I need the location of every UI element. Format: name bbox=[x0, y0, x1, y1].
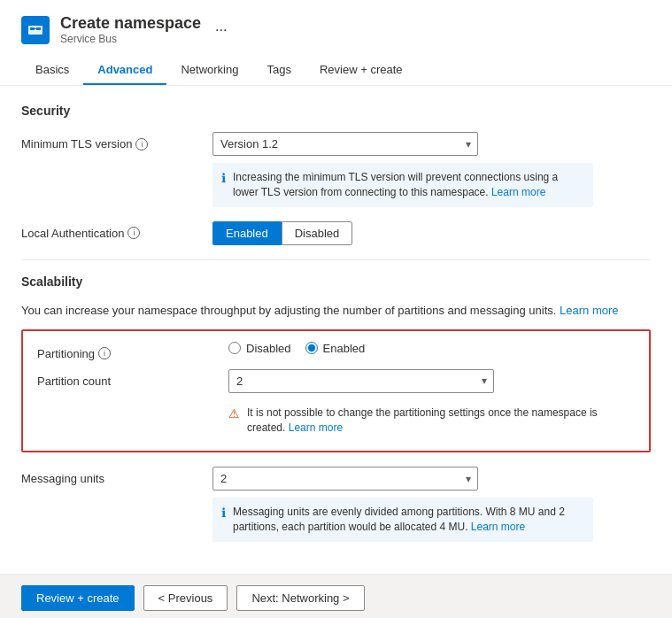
tab-networking[interactable]: Networking bbox=[166, 56, 252, 85]
scalability-description: You can increase your namespace throughp… bbox=[21, 303, 651, 319]
auth-toggle-group: Enabled Disabled bbox=[212, 221, 651, 245]
review-create-button[interactable]: Review + create bbox=[21, 585, 135, 611]
partition-warn-icon: ⚠ bbox=[228, 406, 240, 421]
partition-count-label: Partition count bbox=[37, 369, 214, 388]
messaging-units-info-circle-icon: ℹ bbox=[221, 506, 226, 520]
partition-count-field-row: Partition count 2 ▾ ⚠ It is not po bbox=[37, 369, 635, 441]
service-bus-icon bbox=[21, 16, 50, 44]
partitioning-info-icon[interactable]: i bbox=[98, 347, 111, 359]
partitioning-box: Partitioning i Disabled Enabled bbox=[21, 329, 651, 453]
partition-count-control: 2 ▾ ⚠ It is not possible to change the p… bbox=[228, 369, 635, 441]
page-header: Create namespace Service Bus ··· bbox=[0, 0, 672, 56]
tls-field-row: Minimum TLS version i Version 1.2 ▾ ℹ In… bbox=[21, 132, 651, 207]
more-options-icon[interactable]: ··· bbox=[215, 22, 227, 38]
page-title: Create namespace bbox=[60, 14, 201, 33]
partitioning-disabled-label: Disabled bbox=[246, 342, 291, 355]
auth-field-row: Local Authentication i Enabled Disabled bbox=[21, 221, 651, 245]
partition-warn-learn-more-link[interactable]: Learn more bbox=[289, 421, 343, 434]
messaging-units-info-text: Messaging units are evenly divided among… bbox=[233, 505, 584, 535]
auth-label: Local Authentication i bbox=[21, 221, 198, 240]
messaging-units-select-wrapper: 2 ▾ bbox=[212, 467, 478, 491]
auth-disabled-button[interactable]: Disabled bbox=[282, 221, 353, 245]
scalability-learn-more-link[interactable]: Learn more bbox=[560, 304, 618, 317]
messaging-units-select[interactable]: 2 bbox=[212, 467, 478, 491]
tab-review-create[interactable]: Review + create bbox=[305, 56, 417, 85]
messaging-units-info-box: ℹ Messaging units are evenly divided amo… bbox=[212, 498, 593, 542]
partitioning-enabled-option[interactable]: Enabled bbox=[305, 342, 366, 355]
auth-control: Enabled Disabled bbox=[212, 221, 651, 245]
partitioning-radio-group: Disabled Enabled bbox=[228, 342, 635, 355]
partition-count-select-wrapper: 2 ▾ bbox=[228, 369, 494, 393]
tls-info-box: ℹ Increasing the minimum TLS version wil… bbox=[212, 163, 593, 207]
tab-tags[interactable]: Tags bbox=[252, 56, 305, 85]
tls-info-icon[interactable]: i bbox=[135, 138, 148, 151]
svg-rect-2 bbox=[36, 27, 41, 30]
tab-bar: Basics Advanced Networking Tags Review +… bbox=[0, 56, 672, 86]
footer: Review + create < Previous Next: Network… bbox=[0, 574, 672, 618]
tls-learn-more-link[interactable]: Learn more bbox=[491, 186, 545, 198]
tls-control: Version 1.2 ▾ ℹ Increasing the minimum T… bbox=[212, 132, 651, 207]
section-divider bbox=[21, 259, 651, 260]
page-subtitle: Service Bus bbox=[60, 33, 201, 45]
partitioning-label: Partitioning i bbox=[37, 342, 214, 360]
messaging-units-learn-more-link[interactable]: Learn more bbox=[471, 521, 525, 533]
partition-warn-box: ⚠ It is not possible to change the parti… bbox=[228, 400, 609, 441]
previous-button[interactable]: < Previous bbox=[143, 585, 228, 611]
messaging-units-label: Messaging units bbox=[21, 467, 198, 485]
tls-label: Minimum TLS version i bbox=[21, 132, 198, 151]
header-text-group: Create namespace Service Bus bbox=[60, 14, 201, 45]
tls-select-wrapper: Version 1.2 ▾ bbox=[212, 132, 478, 156]
tls-info-text: Increasing the minimum TLS version will … bbox=[233, 170, 584, 200]
next-button[interactable]: Next: Networking > bbox=[236, 585, 364, 611]
svg-rect-0 bbox=[28, 26, 42, 35]
svg-rect-1 bbox=[30, 27, 35, 30]
tab-basics[interactable]: Basics bbox=[21, 56, 83, 85]
auth-info-icon[interactable]: i bbox=[127, 227, 140, 239]
security-section-title: Security bbox=[21, 104, 651, 118]
partitioning-enabled-radio[interactable] bbox=[305, 342, 318, 354]
partitioning-field-row: Partitioning i Disabled Enabled bbox=[37, 342, 635, 360]
tab-advanced[interactable]: Advanced bbox=[83, 56, 166, 85]
partition-warn-text: It is not possible to change the partiti… bbox=[247, 406, 609, 436]
tls-select[interactable]: Version 1.2 bbox=[212, 132, 478, 156]
partitioning-disabled-radio[interactable] bbox=[228, 342, 241, 354]
scalability-section-title: Scalability bbox=[21, 274, 651, 289]
messaging-units-field-row: Messaging units 2 ▾ ℹ Messaging units ar… bbox=[21, 467, 651, 542]
auth-enabled-button[interactable]: Enabled bbox=[212, 221, 282, 245]
partition-count-select[interactable]: 2 bbox=[228, 369, 494, 393]
partitioning-control: Disabled Enabled bbox=[228, 342, 635, 355]
partitioning-enabled-label: Enabled bbox=[323, 342, 366, 355]
main-content: Security Minimum TLS version i Version 1… bbox=[0, 86, 672, 574]
tls-info-circle-icon: ℹ bbox=[221, 171, 226, 185]
partitioning-disabled-option[interactable]: Disabled bbox=[228, 342, 291, 355]
scalability-section: Scalability You can increase your namesp… bbox=[21, 274, 651, 542]
messaging-units-control: 2 ▾ ℹ Messaging units are evenly divided… bbox=[212, 467, 651, 542]
